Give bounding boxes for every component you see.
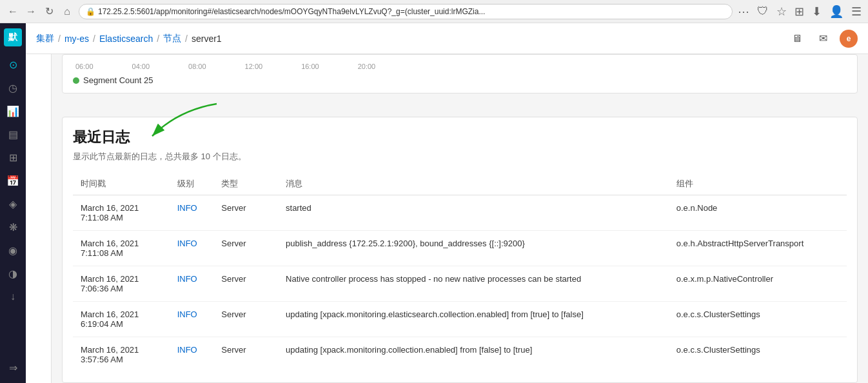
notifications-icon[interactable]: 🖥	[788, 30, 806, 48]
bookmarks-icon[interactable]: ⊞	[794, 5, 804, 19]
section-subtitle: 显示此节点最新的日志，总共最多 10 个日志。	[73, 151, 847, 162]
cell-component: o.e.n.Node	[669, 195, 847, 231]
sidebar-item-arrow[interactable]: ⇒	[3, 357, 23, 378]
cell-message: Native controller process has stopped - …	[278, 266, 669, 302]
timeline-label-3: 08:00	[188, 63, 206, 70]
content-area: 06:00 04:00 08:00 12:00 16:00 20:00 Segm…	[26, 54, 868, 383]
home-button[interactable]: ⌂	[61, 5, 74, 18]
segment-count-card: 06:00 04:00 08:00 12:00 16:00 20:00 Segm…	[62, 54, 858, 93]
mail-icon[interactable]: ✉	[814, 30, 832, 48]
sidebar-item-chart[interactable]: 📊	[3, 101, 23, 121]
sidebar-item-grid[interactable]: ⊞	[3, 147, 23, 168]
cell-timestamp: March 16, 20217:11:08 AM	[73, 231, 170, 266]
col-header-level: 级别	[170, 173, 214, 195]
table-row: March 16, 20213:57:56 AM INFO Server upd…	[73, 337, 847, 373]
legend-dot	[73, 77, 79, 84]
url-text: 172.25.2.5:5601/app/monitoring#/elastics…	[98, 7, 485, 16]
table-row: March 16, 20217:11:08 AM INFO Server pub…	[73, 231, 847, 266]
cell-component: o.e.c.s.ClusterSettings	[669, 337, 847, 373]
cell-component: o.e.c.s.ClusterSettings	[669, 302, 847, 337]
segment-legend: Segment Count 25	[73, 75, 847, 85]
sidebar-item-calendar[interactable]: 📅	[3, 170, 23, 191]
cell-level: INFO	[170, 266, 214, 302]
profile-icon[interactable]: 👤	[829, 5, 843, 19]
cell-component: o.e.h.AbstractHttpServerTransport	[669, 231, 847, 266]
cell-component: o.e.x.m.p.NativeController	[669, 266, 847, 302]
timeline-label-1: 06:00	[75, 63, 94, 70]
logs-section: 最近日志 显示此节点最新的日志，总共最多 10 个日志。 时间戳 级别 类型 消…	[62, 117, 858, 383]
breadcrumb-sep-4: /	[185, 34, 188, 44]
col-header-timestamp: 时间戳	[73, 173, 170, 195]
app-header: 集群 / my-es / Elasticsearch / 节点 / server…	[26, 23, 868, 54]
timeline-label-4: 12:00	[245, 63, 263, 70]
app-sidebar: 默 ⊙ ◷ 📊 ▤ ⊞ 📅 ◈ ❋ ◉ ◑ ↓ ⇒	[0, 23, 26, 383]
breadcrumb-elasticsearch[interactable]: Elasticsearch	[99, 34, 153, 44]
breadcrumb-nodes[interactable]: 节点	[163, 33, 181, 44]
forward-button[interactable]: →	[25, 5, 37, 18]
cell-message: updating [xpack.monitoring.elasticsearch…	[278, 302, 669, 337]
cell-timestamp: March 16, 20216:19:04 AM	[73, 302, 170, 337]
sidebar-item-clock[interactable]: ◷	[3, 77, 23, 98]
timeline-label-5: 16:00	[301, 63, 319, 70]
cell-type: Server	[213, 266, 278, 302]
cell-type: Server	[213, 302, 278, 337]
breadcrumb-sep-3: /	[157, 34, 159, 44]
breadcrumb-cluster[interactable]: 集群	[36, 33, 54, 44]
sidebar-item-location[interactable]: ◈	[3, 193, 23, 214]
left-panel	[26, 54, 52, 383]
cell-level: INFO	[170, 337, 214, 373]
cell-timestamp: March 16, 20217:11:08 AM	[73, 195, 170, 231]
breadcrumb-sep-2: /	[93, 34, 95, 44]
main-content: 06:00 04:00 08:00 12:00 16:00 20:00 Segm…	[52, 54, 868, 383]
table-row: March 16, 20217:11:08 AM INFO Server sta…	[73, 195, 847, 231]
address-bar[interactable]: 🔒 172.25.2.5:5601/app/monitoring#/elasti…	[79, 4, 733, 19]
cell-type: Server	[213, 337, 278, 373]
breadcrumb-server: server1	[192, 34, 222, 44]
cell-message: publish_address {172.25.2.1:9200}, bound…	[278, 231, 669, 266]
col-header-component: 组件	[669, 173, 847, 195]
arrow-area	[62, 104, 858, 117]
timeline-label-6: 20:00	[358, 63, 376, 70]
browser-right-icons: ⋯ 🛡 ☆ ⊞ ⬇ 👤 ☰	[738, 5, 862, 19]
cell-level: INFO	[170, 195, 214, 231]
col-header-message: 消息	[278, 173, 669, 195]
logs-table: 时间戳 级别 类型 消息 组件 March 16, 20217:11:08 AM…	[73, 173, 847, 372]
cell-level: INFO	[170, 302, 214, 337]
user-avatar[interactable]: e	[840, 30, 858, 48]
sidebar-item-user[interactable]: ◉	[3, 240, 23, 260]
section-title-text: 最近日志	[73, 128, 130, 147]
breadcrumb-my-es[interactable]: my-es	[64, 34, 89, 44]
back-button[interactable]: ←	[6, 5, 19, 18]
cell-type: Server	[213, 195, 278, 231]
sidebar-item-list[interactable]: ▤	[3, 124, 23, 144]
col-header-type: 类型	[213, 173, 278, 195]
cell-level: INFO	[170, 231, 214, 266]
sidebar-item-package[interactable]: ◑	[3, 263, 23, 284]
sidebar-item-home[interactable]: ⊙	[3, 54, 23, 75]
timeline-labels: 06:00 04:00 08:00 12:00 16:00 20:00	[73, 63, 847, 70]
arrow-svg	[126, 97, 255, 149]
breadcrumb: 集群 / my-es / Elasticsearch / 节点 / server…	[36, 33, 222, 44]
level-badge: INFO	[177, 203, 197, 213]
shield-icon: 🛡	[757, 5, 769, 18]
cell-timestamp: March 16, 20213:57:56 AM	[73, 337, 170, 373]
cell-message: updating [xpack.monitoring.collection.en…	[278, 337, 669, 373]
legend-label: Segment Count 25	[83, 75, 153, 85]
sidebar-item-dots[interactable]: ❋	[3, 217, 23, 237]
cell-type: Server	[213, 231, 278, 266]
cell-timestamp: March 16, 20217:06:36 AM	[73, 266, 170, 302]
level-badge: INFO	[177, 239, 197, 248]
sidebar-item-download[interactable]: ↓	[3, 286, 23, 307]
timeline-label-2: 04:00	[132, 63, 150, 70]
level-badge: INFO	[177, 274, 197, 284]
downloads-icon[interactable]: ⬇	[812, 5, 822, 19]
menu-icon[interactable]: ☰	[851, 5, 862, 19]
breadcrumb-sep-1: /	[58, 34, 61, 44]
reload-button[interactable]: ↻	[43, 5, 55, 18]
level-badge: INFO	[177, 309, 197, 319]
header-right: 🖥 ✉ e	[788, 30, 858, 48]
extensions-icon[interactable]: ⋯	[738, 5, 749, 19]
star-icon[interactable]: ☆	[776, 5, 787, 19]
sidebar-logo[interactable]: 默	[4, 28, 22, 46]
table-row: March 16, 20217:06:36 AM INFO Server Nat…	[73, 266, 847, 302]
